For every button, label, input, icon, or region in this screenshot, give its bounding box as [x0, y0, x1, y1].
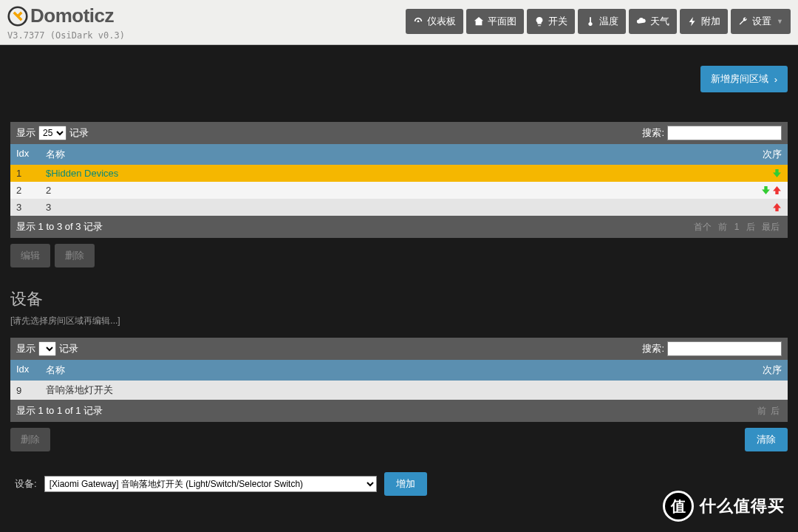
delete-button[interactable]: 删除 [55, 244, 95, 267]
nav-settings[interactable]: 设置▼ [731, 9, 791, 34]
main-nav: 仪表板 平面图 开关 温度 天气 附加 设置▼ [406, 9, 791, 34]
rooms-pager: 首个 前 1 后 最后 [692, 221, 782, 233]
add-room-button[interactable]: 新增房间区域› [700, 66, 788, 92]
pager-last[interactable]: 最后 [762, 222, 780, 232]
nav-utility[interactable]: 附加 [680, 9, 728, 34]
watermark-text: 什么值得买 [700, 495, 785, 517]
records-label: 记录 [69, 126, 89, 140]
arrow-down-icon[interactable] [761, 185, 771, 195]
devices-table-toolbar: 显示 记录 搜索: [10, 338, 788, 360]
devices-table-footer: 显示 1 to 1 of 1 记录 前后 [10, 400, 788, 422]
devices-search-input[interactable] [667, 341, 782, 356]
col-name[interactable]: 名称 [46, 148, 737, 161]
nav-floorplan[interactable]: 平面图 [466, 9, 524, 34]
clear-button[interactable]: 清除 [745, 428, 788, 451]
bulb-icon [534, 16, 545, 27]
chevron-down-icon: ▼ [777, 18, 783, 25]
pager-page: 1 [734, 222, 740, 232]
devices-section-title: 设备 [10, 288, 788, 310]
pager-prev[interactable]: 前 [757, 406, 766, 416]
table-row[interactable]: 3 3 [10, 199, 788, 216]
show-label: 显示 [16, 126, 35, 140]
top-bar: Domoticz V3.7377 (OsiDark v0.3) 仪表板 平面图 … [0, 0, 798, 45]
device-delete-button[interactable]: 删除 [10, 428, 50, 451]
rooms-search-input[interactable] [667, 126, 782, 140]
table-row[interactable]: 9 音响落地灯开关 [10, 381, 788, 400]
nav-switches[interactable]: 开关 [527, 9, 575, 34]
chevron-right-icon: › [774, 74, 777, 85]
gauge-icon [413, 16, 423, 27]
device-label: 设备: [15, 477, 37, 491]
logo-icon [7, 6, 28, 27]
devices-table: 显示 记录 搜索: Idx 名称 次序 9 音响落地灯开关 显示 1 to 1 … [10, 338, 788, 422]
devices-pagesize-select[interactable] [38, 341, 56, 356]
search-label: 搜索: [642, 126, 664, 140]
col-order[interactable]: 次序 [737, 364, 782, 377]
wrench-icon [738, 16, 748, 27]
app-name: Domoticz [30, 4, 114, 27]
col-name[interactable]: 名称 [46, 364, 737, 377]
col-idx[interactable]: Idx [16, 364, 46, 377]
arrow-down-icon[interactable] [772, 168, 782, 178]
thermometer-icon [585, 16, 596, 27]
table-row[interactable]: 2 2 [10, 182, 788, 199]
rooms-pagesize-select[interactable]: 25 [38, 126, 66, 140]
pager-prev[interactable]: 前 [718, 222, 727, 232]
devices-record-count: 显示 1 to 1 of 1 记录 [16, 404, 103, 417]
table-row[interactable]: 1 $Hidden Devices [10, 165, 788, 182]
watermark: 值 什么值得买 [663, 491, 785, 522]
records-label: 记录 [59, 342, 78, 355]
rooms-table-toolbar: 显示 25 记录 搜索: [10, 122, 788, 144]
devices-table-header: Idx 名称 次序 [10, 360, 788, 381]
main-content: 新增房间区域› 显示 25 记录 搜索: Idx 名称 次序 1 $Hidden… [0, 66, 798, 496]
edit-button[interactable]: 编辑 [10, 244, 50, 267]
rooms-table-footer: 显示 1 to 3 of 3 记录 首个 前 1 后 最后 [10, 216, 788, 238]
rooms-table: 显示 25 记录 搜索: Idx 名称 次序 1 $Hidden Devices… [10, 122, 788, 238]
cloud-icon [636, 16, 647, 27]
show-label: 显示 [16, 342, 35, 355]
search-label: 搜索: [642, 342, 664, 355]
pager-next[interactable]: 后 [746, 222, 755, 232]
nav-dashboard[interactable]: 仪表板 [406, 9, 463, 34]
pager-first[interactable]: 首个 [694, 222, 712, 232]
nav-temperature[interactable]: 温度 [578, 9, 626, 34]
arrow-up-icon[interactable] [772, 202, 782, 212]
rooms-table-header: Idx 名称 次序 [10, 144, 788, 165]
devices-hint: [请先选择房间区域再编辑...] [10, 315, 788, 327]
watermark-badge: 值 [663, 491, 694, 522]
devices-pager: 前后 [755, 405, 782, 417]
rooms-record-count: 显示 1 to 3 of 3 记录 [16, 220, 103, 233]
logo[interactable]: Domoticz [7, 4, 125, 27]
device-select[interactable]: [Xiaomi Gateway] 音响落地灯开关 (Light/Switch/S… [44, 476, 377, 492]
logo-area: Domoticz V3.7377 (OsiDark v0.3) [7, 4, 125, 41]
home-icon [474, 16, 484, 27]
add-device-button[interactable]: 增加 [384, 472, 427, 496]
col-order[interactable]: 次序 [737, 148, 782, 161]
version-text: V3.7377 (OsiDark v0.3) [7, 30, 125, 41]
pager-next[interactable]: 后 [771, 406, 780, 416]
col-idx[interactable]: Idx [16, 148, 46, 161]
bolt-icon [687, 16, 698, 27]
nav-weather[interactable]: 天气 [629, 9, 677, 34]
arrow-up-icon[interactable] [772, 185, 782, 195]
